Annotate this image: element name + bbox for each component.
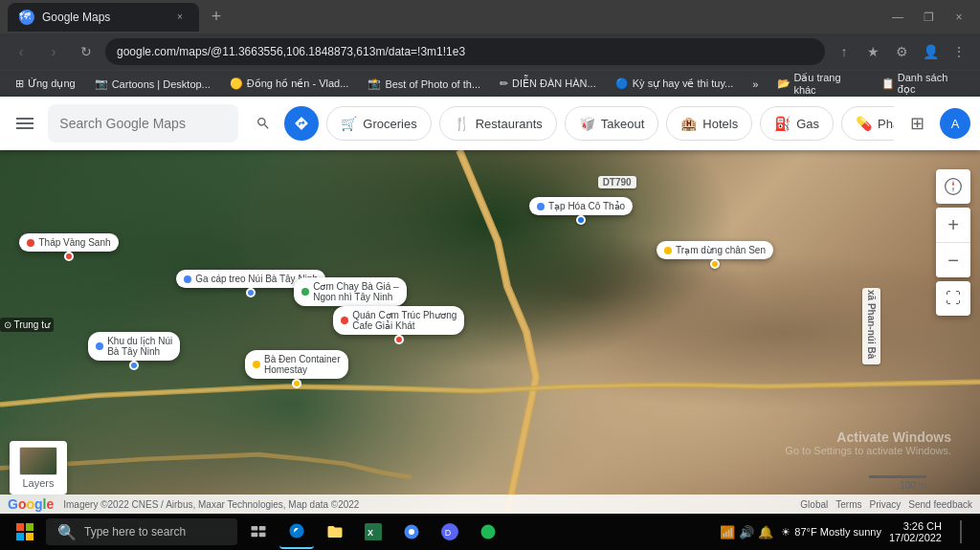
pin-ba-den[interactable]: Bà Đen ContainerHomestay [245, 350, 348, 388]
scale-line [869, 475, 926, 478]
photo-icon: 📸 [368, 77, 381, 90]
pin-dot-yellow [710, 259, 720, 269]
pin-bubble-thap-vang-sanh: Tháp Vàng Sanh [19, 233, 118, 252]
bookmark-ky-su[interactable]: 🔵 Kỳ sự hay về thi tuy... [608, 76, 742, 92]
extension-icon[interactable]: ⚙ [888, 38, 915, 65]
tab-title: Google Maps [42, 11, 165, 24]
maps-category-chips: 🛒 Groceries 🍴 Restaurants 🥡 Takeout 🏨 Ho… [326, 106, 894, 141]
google-logo: Google [8, 496, 54, 512]
global-link[interactable]: Global [800, 499, 828, 510]
zoom-in-button[interactable]: + [936, 208, 970, 242]
svg-point-20 [481, 525, 496, 539]
more-icon[interactable]: ⋮ [946, 38, 972, 65]
pin-quan-com[interactable]: Quán Cơm Trúc PhươngCafe Giải Khát [333, 306, 464, 344]
reload-button[interactable]: ↻ [73, 38, 100, 65]
layers-label: Layers [22, 477, 54, 489]
pin-tap-hoa[interactable]: Tạp Hóa Cô Thảo [529, 197, 633, 225]
bookmark-danh-sach[interactable]: 📋 Danh sách đọc [874, 70, 972, 97]
tab-favicon: 🗺 [19, 10, 34, 25]
taskbar-excel[interactable]: X [356, 515, 390, 549]
download-icon[interactable]: ↑ [831, 38, 858, 65]
maps-search-submit[interactable] [246, 106, 280, 141]
chip-groceries[interactable]: 🛒 Groceries [326, 106, 431, 141]
browser-addressbar: ‹ › ↻ ↑ ★ ⚙ 👤 ⋮ [0, 33, 980, 70]
pin-bubble-ba-den: Bà Đen ContainerHomestay [245, 350, 348, 379]
bookmark-dong-ho[interactable]: 🟡 Đồng hồ nền - Vlad... [222, 76, 357, 92]
zoom-controls: + − [936, 208, 970, 277]
pin-thap-vang-sanh[interactable]: Tháp Vàng Sanh [19, 233, 118, 261]
pin-dot-khu [129, 361, 139, 370]
svg-rect-12 [252, 533, 258, 538]
chip-restaurants[interactable]: 🍴 Restaurants [439, 106, 557, 141]
maps-avatar[interactable]: A [940, 108, 970, 139]
pin-khu-du-lich[interactable]: Khu du lịch NúiBà Tây Ninh [88, 332, 180, 370]
scale-bar: 100 m [869, 475, 926, 491]
svg-rect-2 [16, 127, 33, 129]
privacy-link[interactable]: Privacy [869, 499, 901, 510]
maximize-button[interactable]: ❐ [915, 4, 942, 31]
pin-dot-quan [394, 335, 404, 344]
groceries-icon: 🛒 [341, 116, 357, 131]
pin-dot-ba-den [292, 379, 301, 388]
taskbar-chrome[interactable] [394, 515, 429, 549]
toolbar-icons: ↑ ★ ⚙ 👤 ⋮ [831, 38, 972, 65]
svg-rect-8 [16, 533, 24, 540]
terms-link[interactable]: Terms [835, 499, 861, 510]
bookmark-more[interactable]: » [745, 77, 766, 92]
taskbar-weather[interactable]: ☀ 87°F Mostly sunny [781, 526, 881, 539]
svg-rect-13 [259, 533, 266, 538]
chip-hotels[interactable]: 🏨 Hotels [666, 106, 752, 141]
taskbar-edge[interactable] [279, 515, 314, 549]
pin-tram-dung[interactable]: Trạm dừng chân Sen [657, 241, 773, 269]
taskbar-search-text: Type here to search [84, 525, 186, 539]
layers-thumbnail [19, 447, 57, 475]
zoom-out-button[interactable]: − [936, 243, 970, 277]
profile-icon[interactable]: 👤 [917, 38, 944, 65]
chip-takeout[interactable]: 🥡 Takeout [565, 106, 659, 141]
compass-button[interactable] [936, 169, 970, 204]
fullscreen-button[interactable]: ⛶ [936, 281, 970, 316]
close-button[interactable]: × [946, 4, 972, 31]
bookmark-icon[interactable]: ★ [859, 38, 886, 65]
chip-pharmacies[interactable]: 💊 Pharmacies [841, 106, 894, 141]
svg-rect-7 [26, 523, 33, 531]
takeout-icon: 🥡 [579, 116, 595, 131]
maps-directions-button[interactable] [284, 106, 319, 141]
minimize-button[interactable]: — [884, 4, 911, 31]
bookmark-dien-dan[interactable]: ✏ DIỄN ĐÀN HÀN... [492, 76, 604, 92]
back-button[interactable]: ‹ [8, 38, 34, 65]
taskbar-discord[interactable]: D [433, 515, 467, 549]
maps-apps-button[interactable]: ⊞ [902, 108, 932, 139]
window-controls: — ❐ × [884, 4, 972, 31]
bookmark-photo[interactable]: 📸 Best of Photo of th... [360, 76, 488, 92]
attribution-bar: Google Imagery ©2022 CNES / Airbus, Maxa… [0, 495, 980, 514]
show-desktop-button[interactable] [949, 515, 972, 549]
battery-icon[interactable]: 🔔 [758, 525, 773, 539]
chip-gas[interactable]: ⛽ Gas [760, 106, 834, 141]
taskbar-clock[interactable]: 3:26 CH 17/02/2022 [889, 520, 942, 543]
maps-search-input[interactable] [48, 104, 238, 143]
start-button[interactable] [8, 515, 42, 549]
taskview-button[interactable] [241, 515, 276, 549]
taskbar-spotify[interactable] [471, 515, 505, 549]
map-area[interactable]: DT790 DT790 xã Phan-núi Bà Tạp Hóa Cô Th… [0, 150, 980, 514]
volume-icon[interactable]: 🔊 [739, 525, 754, 539]
taskbar-search[interactable]: 🔍 Type here to search [46, 518, 237, 545]
bookmark-dau-trang[interactable]: 📂 Dấu trang khác [769, 70, 869, 97]
tab-close-button[interactable]: × [172, 10, 188, 25]
bookmark-cartoons[interactable]: 📷 Cartoons | Desktop... [87, 76, 218, 92]
maps-menu-button[interactable] [10, 106, 40, 141]
browser-tab[interactable]: 🗺 Google Maps × [8, 3, 199, 32]
feedback-link[interactable]: Send feedback [908, 499, 972, 510]
address-input[interactable] [105, 38, 825, 65]
new-tab-button[interactable]: + [203, 4, 230, 31]
forward-button[interactable]: › [40, 38, 67, 65]
taskbar-explorer[interactable] [318, 515, 352, 549]
layers-button[interactable]: Layers [10, 441, 67, 495]
network-icon[interactable]: 📶 [720, 525, 735, 539]
svg-rect-11 [259, 526, 266, 531]
svg-rect-1 [16, 122, 33, 124]
bookmark-apps[interactable]: ⊞ Ứng dụng [8, 76, 83, 92]
browser-titlebar: 🗺 Google Maps × + — ❐ × [0, 0, 980, 33]
attribution-text: Imagery ©2022 CNES / Airbus, Maxar Techn… [63, 499, 359, 510]
